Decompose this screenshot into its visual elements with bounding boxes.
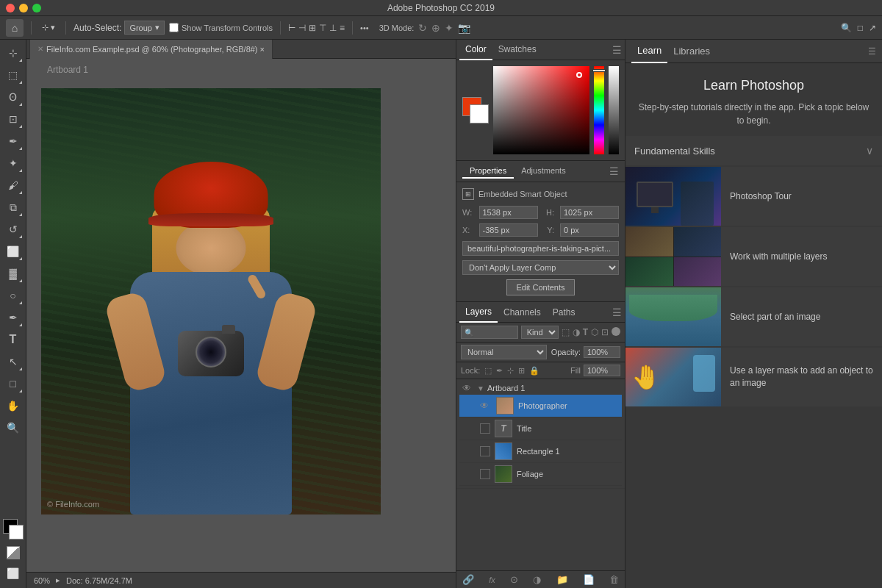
share-icon[interactable]: ↗ [869,23,876,33]
crop-tool[interactable]: ⊡ [3,109,24,129]
filter-adjust-icon[interactable]: ◑ [573,327,580,337]
align-bottom-icon[interactable]: ≡ [340,23,345,33]
workspace-icon[interactable]: □ [858,23,863,33]
tutorial-select-image[interactable]: Select part of an image [625,287,882,346]
skill-header[interactable]: Fundamental Skills ∨ [625,136,882,165]
brush-tool[interactable]: 🖌 [3,175,24,196]
align-right-icon[interactable]: ⊞ [309,23,316,33]
close-button[interactable] [6,4,15,12]
h-input[interactable] [560,206,619,219]
minimize-button[interactable] [19,4,28,12]
edit-contents-button[interactable]: Edit Contents [506,279,574,295]
tutorial-layer-mask[interactable]: 🤚 Use a layer mask to add an object to a… [625,348,882,406]
artboard-header[interactable]: 👁 ▼ Artboard 1 [459,381,622,395]
eraser-tool[interactable]: ⬜ [3,241,24,262]
bg-swatch[interactable] [470,104,489,123]
canvas-wrapper[interactable]: Artboard 1 [26,59,456,572]
tutorial-multiple-layers[interactable]: Work with multiple layers [625,227,882,286]
history-tool[interactable]: ↺ [3,219,24,240]
maximize-button[interactable] [32,4,41,12]
search-icon[interactable]: 🔍 [841,23,852,33]
opacity-input[interactable] [584,346,620,358]
more-options-btn[interactable]: ••• [360,24,369,32]
3d-rotate-icon[interactable]: ↻ [418,22,427,34]
color-tab[interactable]: Color [459,40,492,60]
dodge-tool[interactable]: ○ [3,285,24,306]
new-adjustment-icon[interactable]: ◑ [533,574,541,585]
swatches-tab[interactable]: Swatches [492,40,542,60]
canvas-image[interactable]: © FileInfo.com [41,88,381,514]
align-left-icon[interactable]: ⊢ [288,23,295,33]
lock-artboard-icon[interactable]: ⊞ [518,366,525,376]
layer-comp-select[interactable]: Don't Apply Layer Comp [462,260,619,275]
lasso-tool[interactable]: ʘ [3,87,24,107]
gradient-tool[interactable]: ▓ [3,263,24,284]
shape-tool[interactable]: □ [3,373,24,394]
artboard-expand-icon[interactable]: ▼ [477,384,484,392]
tab-close-icon[interactable]: ✕ [37,45,43,53]
new-group-icon[interactable]: 📁 [556,574,568,585]
properties-tab[interactable]: Properties [462,164,514,179]
zoom-tool[interactable]: 🔍 [3,417,24,438]
add-mask-icon[interactable]: ⊙ [510,574,518,585]
align-top-icon[interactable]: ⊤ [319,23,326,33]
foliage-visibility-check[interactable] [480,469,490,479]
screen-mode-btn[interactable]: ⬜ [3,563,24,584]
title-visibility-check[interactable] [480,423,490,434]
filter-shape-icon[interactable]: ⬡ [591,327,598,337]
lock-move-icon[interactable]: ⊹ [507,366,514,376]
clone-tool[interactable]: ⧉ [3,197,24,218]
fg-bg-swatches[interactable] [462,97,489,123]
layer-title[interactable]: T Title [459,417,622,440]
3d-camera-icon[interactable]: 📷 [458,22,470,34]
filter-pixel-icon[interactable]: ⬚ [562,327,570,337]
align-center-icon[interactable]: ⊣ [298,23,306,33]
align-middle-icon[interactable]: ⊥ [329,23,337,33]
move-tool[interactable]: ⊹ [3,43,24,63]
layer-rectangle[interactable]: Rectangle 1 [459,440,622,463]
background-color[interactable] [9,525,24,539]
libraries-tab[interactable]: Libraries [667,40,716,63]
learn-tab[interactable]: Learn [631,40,667,63]
photographer-visibility[interactable]: 👁 [480,401,492,411]
delete-layer-icon[interactable]: 🗑 [609,574,619,585]
text-tool[interactable]: T [3,329,24,350]
channels-tab[interactable]: Channels [498,302,547,323]
pen-tool[interactable]: ✒ [3,307,24,328]
3d-orbit-icon[interactable]: ✦ [445,22,453,34]
heal-tool[interactable]: ✦ [3,153,24,173]
lock-all-icon[interactable]: 🔒 [529,366,539,376]
group-select[interactable]: Group ▾ [124,21,165,35]
transform-check[interactable] [169,23,179,32]
adjustments-tab[interactable]: Adjustments [514,164,573,179]
hue-bar[interactable] [594,66,604,154]
brightness-bar[interactable] [609,66,619,154]
document-tab[interactable]: ✕ FileInfo.com Example.psd @ 60% (Photog… [29,40,273,59]
home-button[interactable]: ⌂ [6,19,24,37]
layers-tab[interactable]: Layers [459,302,498,323]
learn-panel-menu-icon[interactable]: ☰ [868,46,876,57]
hand-tool[interactable]: ✋ [3,395,24,416]
link-layers-icon[interactable]: 🔗 [462,574,474,585]
layers-menu[interactable]: ☰ [612,306,622,318]
transform-checkbox[interactable]: Show Transform Controls [169,23,273,32]
filter-smart-icon[interactable]: ⊡ [601,327,609,337]
move-tool-btn[interactable]: ⊹ ▾ [39,21,58,34]
layer-foliage[interactable]: Foliage [459,463,622,486]
paths-tab[interactable]: Paths [547,302,581,323]
fill-input[interactable] [584,365,620,376]
quick-mask-btn[interactable] [4,544,22,562]
lock-transparent-icon[interactable]: ⬚ [484,366,492,376]
tutorial-photoshop-tour[interactable]: Photoshop Tour [625,167,882,226]
layer-photographer[interactable]: 👁 Photographer [459,395,622,417]
filter-select[interactable]: Kind [521,326,559,339]
path-select-tool[interactable]: ↖ [3,351,24,372]
filter-text-icon[interactable]: T [583,327,588,337]
rect-visibility-check[interactable] [480,446,490,456]
w-input[interactable] [479,206,538,219]
color-gradient[interactable] [493,66,589,154]
fx-icon[interactable]: fx [489,576,495,584]
y-input[interactable] [560,223,619,237]
artboard-visibility[interactable]: 👁 [462,383,474,393]
filter-toggle[interactable] [612,327,620,336]
